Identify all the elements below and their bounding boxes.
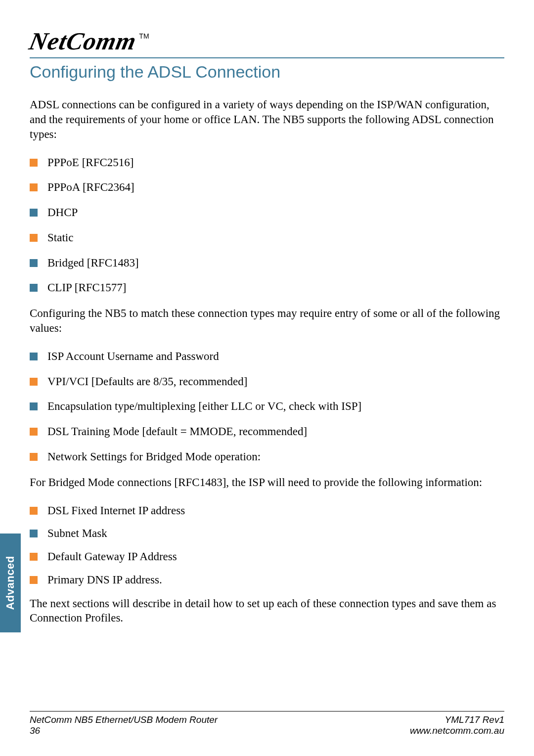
bullet-icon: [30, 530, 38, 537]
list-item: DHCP: [30, 206, 504, 220]
list-item: PPPoE [RFC2516]: [30, 156, 504, 170]
list-item-label: Static: [47, 231, 73, 245]
list-item: Primary DNS IP address.: [30, 573, 504, 587]
list-item-label: CLIP [RFC1577]: [47, 281, 127, 295]
intro-paragraph: ADSL connections can be configured in a …: [30, 97, 504, 142]
bullet-icon: [30, 453, 38, 461]
page-footer: NetComm NB5 Ethernet/USB Modem Router 36…: [30, 711, 504, 736]
trademark-symbol: TM: [139, 32, 149, 40]
list-item: ISP Account Username and Password: [30, 350, 504, 364]
page: NetComm TM Configuring the ADSL Connecti…: [0, 0, 534, 756]
footer-page-number: 36: [30, 725, 218, 736]
list-item: Network Settings for Bridged Mode operat…: [30, 450, 504, 464]
footer-revision: YML717 Rev1: [410, 714, 504, 725]
list-item-label: DHCP: [47, 206, 78, 220]
list-item-label: PPPoE [RFC2516]: [47, 156, 134, 170]
list-item-label: Bridged [RFC1483]: [47, 256, 139, 270]
list-item: DSL Fixed Internet IP address: [30, 504, 504, 518]
bullet-icon: [30, 209, 38, 217]
bullet-icon: [30, 402, 38, 410]
list-item-label: Subnet Mask: [47, 527, 107, 541]
footer-divider: [30, 711, 504, 712]
list-item: DSL Training Mode [default = MMODE, reco…: [30, 425, 504, 439]
list-item: Bridged [RFC1483]: [30, 256, 504, 270]
bullet-icon: [30, 284, 38, 292]
footer-url: www.netcomm.com.au: [410, 725, 504, 736]
bullet-icon: [30, 378, 38, 386]
outro-paragraph: The next sections will describe in detai…: [30, 596, 504, 626]
bridge-intro-paragraph: For Bridged Mode connections [RFC1483], …: [30, 475, 504, 490]
bullet-icon: [30, 259, 38, 267]
bullet-icon: [30, 507, 38, 515]
brand-logo: NetComm TM: [30, 27, 504, 55]
bullet-icon: [30, 234, 38, 242]
list-item-label: PPPoA [RFC2364]: [47, 180, 134, 195]
required-values-list: ISP Account Username and Password VPI/VC…: [30, 350, 504, 464]
values-intro-paragraph: Configuring the NB5 to match these conne…: [30, 306, 504, 336]
list-item-label: Network Settings for Bridged Mode operat…: [47, 450, 261, 464]
footer-left: NetComm NB5 Ethernet/USB Modem Router 36: [30, 714, 218, 736]
footer-row: NetComm NB5 Ethernet/USB Modem Router 36…: [30, 714, 504, 736]
bullet-icon: [30, 428, 38, 436]
section-tab-label: Advanced: [4, 556, 17, 610]
list-item-label: Primary DNS IP address.: [47, 573, 162, 587]
bullet-icon: [30, 353, 38, 360]
section-tab-advanced: Advanced: [0, 534, 21, 632]
bridge-values-list: DSL Fixed Internet IP address Subnet Mas…: [30, 504, 504, 587]
bullet-icon: [30, 553, 38, 561]
list-item: CLIP [RFC1577]: [30, 281, 504, 295]
footer-product: NetComm NB5 Ethernet/USB Modem Router: [30, 714, 218, 725]
header-divider: [30, 57, 504, 58]
list-item-label: Default Gateway IP Address: [47, 550, 177, 564]
bullet-icon: [30, 159, 38, 167]
bullet-icon: [30, 183, 38, 191]
list-item: Encapsulation type/multiplexing [either …: [30, 400, 504, 414]
section-heading: Configuring the ADSL Connection: [30, 62, 504, 82]
footer-right: YML717 Rev1 www.netcomm.com.au: [410, 714, 504, 736]
list-item-label: ISP Account Username and Password: [47, 350, 219, 364]
list-item: Subnet Mask: [30, 527, 504, 541]
list-item-label: Encapsulation type/multiplexing [either …: [47, 400, 361, 414]
bullet-icon: [30, 576, 38, 584]
list-item: Default Gateway IP Address: [30, 550, 504, 564]
list-item: PPPoA [RFC2364]: [30, 180, 504, 195]
list-item-label: VPI/VCI [Defaults are 8/35, recommended]: [47, 375, 247, 389]
brand-wordmark: NetComm: [27, 27, 139, 55]
connection-types-list: PPPoE [RFC2516] PPPoA [RFC2364] DHCP Sta…: [30, 156, 504, 296]
list-item-label: DSL Fixed Internet IP address: [47, 504, 185, 518]
list-item: Static: [30, 231, 504, 245]
list-item-label: DSL Training Mode [default = MMODE, reco…: [47, 425, 307, 439]
list-item: VPI/VCI [Defaults are 8/35, recommended]: [30, 375, 504, 389]
